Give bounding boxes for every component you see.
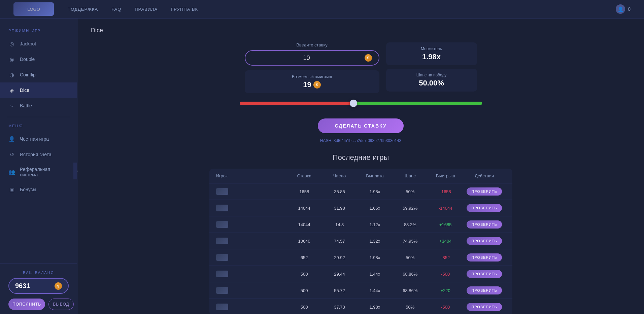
table-row: 500 55.72 1.44x 68.86% +220 ПРОВЕРИТЬ (209, 282, 512, 299)
table-rows-container: 1658 35.85 1.98x 50% -1658 ПРОВЕРИТЬ 140… (209, 183, 512, 314)
chance-cell-1: 59.92% (393, 206, 428, 211)
table-row: 500 37.73 1.98x 50% -500 ПРОВЕРИТЬ (209, 299, 512, 314)
verify-button-5[interactable]: ПРОВЕРИТЬ (467, 270, 502, 278)
payout-cell-5: 1.44x (357, 272, 393, 277)
sidebar-item-label-battle: Battle (20, 103, 32, 108)
slider-thumb[interactable] (350, 100, 357, 107)
number-cell-7: 37.73 (322, 305, 357, 310)
dice-section: Введите ставку $ Возможный выигрыш 19 $ (209, 42, 512, 314)
payout-cell-2: 1.12x (357, 222, 393, 227)
sidebar-item-bonuses[interactable]: ▣ Бонусы (0, 182, 77, 197)
chance-value: 50.00% (393, 79, 470, 88)
payout-cell-3: 1.32x (357, 239, 393, 244)
recent-games-title: Последние игры (333, 153, 389, 162)
sidebar: РЕЖИМЫ ИГР ◎ Jackpot ◉ Double ◑ Coinflip… (0, 19, 77, 314)
player-avatar-7 (216, 304, 228, 310)
sidebar-item-fair[interactable]: 👤 Честная игра (0, 131, 77, 147)
history-icon: ↺ (8, 151, 15, 158)
sidebar-item-battle[interactable]: ○ Battle (0, 98, 77, 113)
balance-coin-icon: $ (55, 282, 62, 290)
player-cell-1 (216, 205, 287, 211)
bet-cell-5: 500 (286, 272, 322, 277)
chance-cell-7: 50% (393, 305, 428, 310)
verify-button-7[interactable]: ПРОВЕРИТЬ (467, 303, 502, 311)
col-bet: Ставка (286, 173, 322, 178)
player-cell-5 (216, 271, 287, 277)
nav-faq[interactable]: FAQ (111, 7, 121, 12)
payout-cell-6: 1.44x (357, 288, 393, 293)
col-payout: Выплата (357, 173, 393, 178)
player-avatar-0 (216, 188, 228, 195)
withdraw-button[interactable]: ВЫВОД (48, 299, 73, 310)
sidebar-item-label-history: История счета (20, 152, 52, 157)
bet-cell-7: 500 (286, 305, 322, 310)
win-cell-0: -1658 (428, 189, 463, 194)
verify-button-2[interactable]: ПРОВЕРИТЬ (467, 220, 502, 229)
player-avatar-2 (216, 221, 228, 228)
table-row: 10640 74.57 1.32x 74.95% +3404 ПРОВЕРИТЬ (209, 233, 512, 249)
sidebar-item-double[interactable]: ◉ Double (0, 51, 77, 67)
user-icon[interactable]: 👤 (616, 4, 625, 14)
bet-input-group: Введите ставку $ (245, 42, 379, 66)
place-bet-button[interactable]: СДЕЛАТЬ СТАВКУ (318, 118, 403, 133)
dice-icon: ◈ (8, 87, 15, 94)
multiplier-value: 1.98x (393, 53, 470, 61)
sidebar-item-label-coinflip: Coinflip (20, 72, 36, 77)
sidebar-item-referral[interactable]: 👥 Реферальная система (0, 162, 77, 182)
coinflip-icon: ◑ (8, 71, 15, 78)
verify-button-1[interactable]: ПРОВЕРИТЬ (467, 204, 502, 212)
col-chance: Шанс (393, 173, 428, 178)
deposit-button[interactable]: ПОПОЛНИТЬ (8, 299, 45, 310)
payout-cell-1: 1.65x (357, 206, 393, 211)
sidebar-item-coinflip[interactable]: ◑ Coinflip (0, 67, 77, 82)
games-section-title: РЕЖИМЫ ИГР (0, 25, 77, 36)
bet-left: Введите ставку $ Возможный выигрыш 19 $ (245, 42, 379, 93)
sidebar-item-label-fair: Честная игра (20, 136, 49, 142)
col-player: Игрок (216, 173, 287, 178)
multiplier-label: Множитель (393, 46, 470, 51)
verify-button-0[interactable]: ПРОВЕРИТЬ (467, 187, 502, 196)
sidebar-item-history[interactable]: ↺ История счета (0, 147, 77, 162)
sidebar-item-label-jackpot: Jackpot (20, 41, 36, 46)
bet-right: Множитель 1.98x Шанс на победу 50.00% (386, 42, 477, 93)
number-cell-6: 55.72 (322, 288, 357, 293)
balance-label: ВАШ БАЛАНС (8, 271, 69, 275)
sidebar-divider (7, 117, 70, 117)
actions-cell-5: ПРОВЕРИТЬ (463, 270, 506, 278)
verify-button-4[interactable]: ПРОВЕРИТЬ (467, 253, 502, 261)
sidebar-item-label-referral: Реферальная система (20, 167, 69, 177)
player-cell-2 (216, 221, 287, 228)
sidebar-item-jackpot[interactable]: ◎ Jackpot (0, 36, 77, 51)
balance-amount: 9631 (15, 282, 30, 290)
bonuses-icon: ▣ (8, 186, 15, 193)
number-cell-3: 74.57 (322, 239, 357, 244)
table-row: 500 29.44 1.44x 68.86% -500 ПРОВЕРИТЬ (209, 266, 512, 282)
nav-support[interactable]: ПОДДЕРЖКА (67, 7, 98, 12)
verify-button-6[interactable]: ПРОВЕРИТЬ (467, 286, 502, 294)
win-cell-5: -500 (428, 272, 463, 277)
sidebar-item-dice[interactable]: ◈ Dice (0, 82, 77, 98)
bet-area: Введите ставку $ Возможный выигрыш 19 $ (209, 42, 512, 93)
main-layout: РЕЖИМЫ ИГР ◎ Jackpot ◉ Double ◑ Coinflip… (0, 19, 644, 314)
main-content: Dice Введите ставку $ Возможный выигр (77, 19, 644, 314)
chance-cell-0: 50% (393, 189, 428, 194)
jackpot-icon: ◎ (8, 40, 15, 47)
nav-links: ПОДДЕРЖКА FAQ ПРАВИЛА ГРУППА ВК (67, 7, 616, 12)
bet-input[interactable] (252, 55, 361, 62)
balance-value-box: 9631 $ (8, 278, 69, 294)
slider-track[interactable] (240, 102, 482, 105)
table-row: 14044 14.8 1.12x 88.2% +1685 ПРОВЕРИТЬ (209, 216, 512, 233)
bet-coin-icon: $ (365, 54, 372, 62)
win-cell-2: +1685 (428, 222, 463, 227)
nav-vk[interactable]: ГРУППА ВК (171, 7, 198, 12)
slider-section (240, 102, 482, 112)
nav-rules[interactable]: ПРАВИЛА (135, 7, 158, 12)
player-avatar-4 (216, 254, 228, 261)
win-cell-7: -500 (428, 305, 463, 310)
possible-win-label: Возможный выигрыш (251, 74, 373, 79)
chance-cell-3: 74.95% (393, 239, 428, 244)
col-number: Число (322, 173, 357, 178)
actions-cell-2: ПРОВЕРИТЬ (463, 220, 506, 229)
verify-button-3[interactable]: ПРОВЕРИТЬ (467, 237, 502, 245)
actions-cell-3: ПРОВЕРИТЬ (463, 237, 506, 245)
